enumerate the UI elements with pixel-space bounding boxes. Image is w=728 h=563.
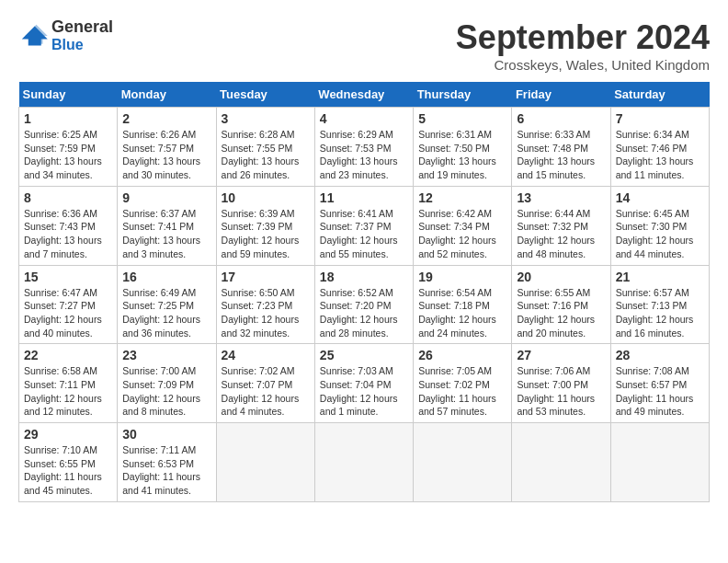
day-info: Sunrise: 7:03 AM Sunset: 7:04 PM Dayligh… [320, 364, 408, 419]
calendar-day: 13Sunrise: 6:44 AM Sunset: 7:32 PM Dayli… [512, 186, 610, 265]
calendar-week-1: 1Sunrise: 6:25 AM Sunset: 7:59 PM Daylig… [19, 108, 710, 187]
day-info: Sunrise: 6:36 AM Sunset: 7:43 PM Dayligh… [24, 207, 112, 261]
day-info: Sunrise: 6:44 AM Sunset: 7:32 PM Dayligh… [517, 207, 605, 261]
day-number: 30 [122, 427, 210, 442]
calendar-day: 29Sunrise: 7:10 AM Sunset: 6:55 PM Dayli… [19, 423, 118, 502]
day-number: 22 [24, 348, 112, 362]
weekday-header-monday: Monday [118, 82, 216, 108]
calendar-day: 30Sunrise: 7:11 AM Sunset: 6:53 PM Dayli… [118, 423, 216, 502]
day-info: Sunrise: 6:50 AM Sunset: 7:23 PM Dayligh… [222, 286, 310, 340]
day-number: 16 [122, 270, 210, 284]
day-info: Sunrise: 6:55 AM Sunset: 7:16 PM Dayligh… [517, 286, 605, 340]
day-number: 27 [517, 348, 605, 362]
day-info: Sunrise: 7:00 AM Sunset: 7:09 PM Dayligh… [122, 364, 210, 419]
day-info: Sunrise: 6:57 AM Sunset: 7:13 PM Dayligh… [616, 286, 704, 340]
calendar-day: 26Sunrise: 7:05 AM Sunset: 7:02 PM Dayli… [414, 344, 512, 423]
calendar-day: 27Sunrise: 7:06 AM Sunset: 7:00 PM Dayli… [512, 344, 610, 423]
calendar-day: 23Sunrise: 7:00 AM Sunset: 7:09 PM Dayli… [118, 344, 216, 423]
day-number: 19 [418, 270, 506, 284]
day-info: Sunrise: 7:11 AM Sunset: 6:53 PM Dayligh… [122, 443, 210, 498]
day-number: 17 [222, 270, 310, 284]
calendar-day: 21Sunrise: 6:57 AM Sunset: 7:13 PM Dayli… [610, 265, 709, 344]
calendar-day: 5Sunrise: 6:31 AM Sunset: 7:50 PM Daylig… [414, 108, 512, 187]
day-number: 21 [616, 270, 704, 284]
day-number: 11 [320, 190, 408, 205]
logo-icon [18, 23, 48, 49]
day-number: 9 [122, 190, 210, 205]
day-info: Sunrise: 6:58 AM Sunset: 7:11 PM Dayligh… [24, 364, 112, 419]
day-info: Sunrise: 6:54 AM Sunset: 7:18 PM Dayligh… [418, 286, 506, 340]
title-area: September 2024 Crosskeys, Wales, United … [456, 18, 710, 73]
calendar-day: 22Sunrise: 6:58 AM Sunset: 7:11 PM Dayli… [19, 344, 118, 423]
day-number: 3 [222, 111, 310, 126]
day-number: 24 [222, 348, 310, 362]
location: Crosskeys, Wales, United Kingdom [456, 57, 710, 73]
calendar-day [610, 423, 709, 502]
weekday-header-tuesday: Tuesday [216, 82, 314, 108]
weekday-header-saturday: Saturday [610, 82, 709, 108]
header: General Blue September 2024 Crosskeys, W… [18, 18, 710, 73]
day-info: Sunrise: 7:02 AM Sunset: 7:07 PM Dayligh… [222, 364, 310, 419]
day-number: 25 [320, 348, 408, 362]
day-number: 15 [24, 270, 112, 284]
day-info: Sunrise: 6:33 AM Sunset: 7:48 PM Dayligh… [517, 128, 605, 182]
day-info: Sunrise: 7:05 AM Sunset: 7:02 PM Dayligh… [418, 364, 506, 419]
day-info: Sunrise: 6:39 AM Sunset: 7:39 PM Dayligh… [222, 207, 310, 261]
day-number: 29 [24, 427, 112, 442]
day-info: Sunrise: 6:52 AM Sunset: 7:20 PM Dayligh… [320, 286, 408, 340]
calendar-day: 8Sunrise: 6:36 AM Sunset: 7:43 PM Daylig… [19, 186, 118, 265]
calendar-day: 10Sunrise: 6:39 AM Sunset: 7:39 PM Dayli… [216, 186, 314, 265]
calendar-day: 15Sunrise: 6:47 AM Sunset: 7:27 PM Dayli… [19, 265, 118, 344]
calendar-day: 2Sunrise: 6:26 AM Sunset: 7:57 PM Daylig… [118, 108, 216, 187]
weekday-header-row: SundayMondayTuesdayWednesdayThursdayFrid… [19, 82, 710, 108]
calendar-day: 11Sunrise: 6:41 AM Sunset: 7:37 PM Dayli… [314, 186, 413, 265]
day-info: Sunrise: 6:37 AM Sunset: 7:41 PM Dayligh… [122, 207, 210, 261]
day-info: Sunrise: 6:45 AM Sunset: 7:30 PM Dayligh… [616, 207, 704, 261]
day-info: Sunrise: 7:08 AM Sunset: 6:57 PM Dayligh… [616, 364, 704, 419]
weekday-header-friday: Friday [512, 82, 610, 108]
calendar-day: 14Sunrise: 6:45 AM Sunset: 7:30 PM Dayli… [610, 186, 709, 265]
day-number: 12 [418, 190, 506, 205]
calendar-day: 17Sunrise: 6:50 AM Sunset: 7:23 PM Dayli… [216, 265, 314, 344]
calendar-day: 20Sunrise: 6:55 AM Sunset: 7:16 PM Dayli… [512, 265, 610, 344]
day-number: 5 [418, 111, 506, 126]
calendar-day: 28Sunrise: 7:08 AM Sunset: 6:57 PM Dayli… [610, 344, 709, 423]
day-number: 14 [616, 190, 704, 205]
day-info: Sunrise: 6:29 AM Sunset: 7:53 PM Dayligh… [320, 128, 408, 182]
day-info: Sunrise: 6:26 AM Sunset: 7:57 PM Dayligh… [122, 128, 210, 182]
weekday-header-wednesday: Wednesday [314, 82, 413, 108]
calendar-day: 6Sunrise: 6:33 AM Sunset: 7:48 PM Daylig… [512, 108, 610, 187]
calendar-week-5: 29Sunrise: 7:10 AM Sunset: 6:55 PM Dayli… [19, 423, 710, 502]
day-info: Sunrise: 6:34 AM Sunset: 7:46 PM Dayligh… [616, 128, 704, 182]
calendar-day: 16Sunrise: 6:49 AM Sunset: 7:25 PM Dayli… [118, 265, 216, 344]
weekday-header-thursday: Thursday [414, 82, 512, 108]
logo: General Blue [18, 18, 113, 52]
day-number: 2 [122, 111, 210, 126]
calendar-day: 9Sunrise: 6:37 AM Sunset: 7:41 PM Daylig… [118, 186, 216, 265]
day-number: 23 [122, 348, 210, 362]
day-number: 18 [320, 270, 408, 284]
day-number: 4 [320, 111, 408, 126]
day-info: Sunrise: 7:06 AM Sunset: 7:00 PM Dayligh… [517, 364, 605, 419]
month-title: September 2024 [456, 18, 710, 57]
weekday-header-sunday: Sunday [19, 82, 118, 108]
day-info: Sunrise: 6:28 AM Sunset: 7:55 PM Dayligh… [222, 128, 310, 182]
calendar-day: 7Sunrise: 6:34 AM Sunset: 7:46 PM Daylig… [610, 108, 709, 187]
calendar-day: 3Sunrise: 6:28 AM Sunset: 7:55 PM Daylig… [216, 108, 314, 187]
calendar-day: 12Sunrise: 6:42 AM Sunset: 7:34 PM Dayli… [414, 186, 512, 265]
day-info: Sunrise: 6:41 AM Sunset: 7:37 PM Dayligh… [320, 207, 408, 261]
calendar-day: 1Sunrise: 6:25 AM Sunset: 7:59 PM Daylig… [19, 108, 118, 187]
day-number: 10 [222, 190, 310, 205]
day-number: 6 [517, 111, 605, 126]
calendar-table: SundayMondayTuesdayWednesdayThursdayFrid… [18, 82, 710, 502]
calendar-day: 4Sunrise: 6:29 AM Sunset: 7:53 PM Daylig… [314, 108, 413, 187]
calendar-day [216, 423, 314, 502]
calendar-day [414, 423, 512, 502]
calendar-week-2: 8Sunrise: 6:36 AM Sunset: 7:43 PM Daylig… [19, 186, 710, 265]
day-number: 1 [24, 111, 112, 126]
calendar-week-3: 15Sunrise: 6:47 AM Sunset: 7:27 PM Dayli… [19, 265, 710, 344]
calendar-day [512, 423, 610, 502]
day-number: 7 [616, 111, 704, 126]
day-info: Sunrise: 6:25 AM Sunset: 7:59 PM Dayligh… [24, 128, 112, 182]
day-number: 20 [517, 270, 605, 284]
